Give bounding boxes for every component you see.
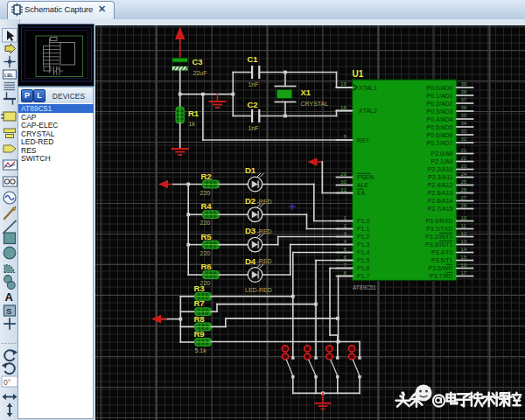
svg-text:34: 34: [461, 120, 467, 126]
svg-text:8: 8: [344, 270, 347, 276]
svg-text:P1.7: P1.7: [357, 273, 370, 279]
svg-text:3: 3: [344, 230, 347, 236]
svg-text:24: 24: [461, 171, 467, 177]
svg-text:P3.4/T0: P3.4/T0: [431, 249, 453, 256]
svg-text:P2.7/A15: P2.7/A15: [428, 206, 453, 212]
svg-text:25: 25: [461, 178, 467, 185]
svg-text:220: 220: [200, 250, 211, 256]
svg-text:D4: D4: [245, 256, 256, 266]
svg-text:P2.2/A10: P2.2/A10: [428, 166, 453, 172]
svg-text:-RED: -RED: [257, 258, 272, 264]
svg-text:5: 5: [344, 246, 347, 252]
svg-text:15: 15: [461, 254, 467, 260]
svg-text:29: 29: [340, 171, 346, 177]
svg-text:31: 31: [340, 186, 346, 192]
svg-text:R8: R8: [194, 314, 205, 324]
svg-text:EA: EA: [357, 190, 366, 196]
svg-text:R1: R1: [188, 108, 200, 118]
svg-text:P3.6/WR: P3.6/WR: [428, 265, 452, 271]
svg-text:16: 16: [461, 262, 467, 268]
svg-text:9: 9: [344, 133, 347, 139]
svg-text:P0.3/AD3: P0.3/AD3: [427, 108, 453, 115]
svg-text:P1.4: P1.4: [357, 249, 370, 256]
svg-text:R9: R9: [194, 329, 205, 339]
svg-text:220: 220: [200, 190, 211, 196]
svg-text:1k: 1k: [189, 121, 196, 127]
svg-text:C2: C2: [248, 100, 258, 109]
svg-text:P2.6/A14: P2.6/A14: [428, 198, 453, 204]
svg-text:XTAL1: XTAL1: [359, 85, 377, 91]
svg-text:P3.2/INT0: P3.2/INT0: [425, 234, 453, 240]
svg-text:14: 14: [461, 246, 467, 252]
svg-text:22uF: 22uF: [193, 70, 207, 76]
svg-text:P0.2/AD2: P0.2/AD2: [427, 101, 453, 107]
svg-text:P0.4/AD4: P0.4/AD4: [427, 116, 453, 122]
svg-text:13: 13: [461, 238, 467, 244]
svg-text:R3: R3: [194, 284, 205, 293]
svg-text:37: 37: [461, 96, 467, 102]
svg-text:C1: C1: [248, 54, 259, 64]
svg-text:10: 10: [461, 214, 467, 220]
svg-text:P0.7/AD7: P0.7/AD7: [427, 140, 453, 146]
svg-text:35: 35: [461, 112, 467, 118]
svg-text:1: 1: [344, 214, 347, 220]
svg-text:C3: C3: [192, 57, 203, 66]
svg-text:11: 11: [461, 222, 467, 228]
svg-text:U1: U1: [353, 69, 364, 79]
svg-text:P3.7/RD: P3.7/RD: [430, 273, 452, 279]
svg-text:P0.6/AD6: P0.6/AD6: [427, 132, 453, 138]
svg-text:XTAL2: XTAL2: [359, 108, 377, 114]
svg-text:A: A: [5, 290, 14, 304]
svg-text:R2: R2: [201, 172, 212, 181]
svg-text:0°: 0°: [4, 378, 10, 387]
svg-text:P2.0/A8: P2.0/A8: [431, 150, 453, 157]
svg-text:P1.3: P1.3: [357, 242, 370, 248]
svg-text:23: 23: [461, 163, 467, 169]
svg-text:6: 6: [344, 254, 347, 260]
svg-text:1nF: 1nF: [248, 81, 259, 88]
svg-text:21: 21: [461, 147, 467, 153]
svg-text:R6: R6: [201, 262, 212, 271]
svg-text:32: 32: [461, 136, 467, 142]
svg-text:P3.0/RXD: P3.0/RXD: [425, 218, 452, 224]
svg-text:D2: D2: [245, 196, 256, 206]
svg-text:17: 17: [461, 270, 467, 276]
svg-text:33: 33: [461, 128, 467, 134]
svg-text:1nF: 1nF: [248, 125, 259, 131]
svg-text:38: 38: [461, 88, 467, 94]
svg-text:5.1k: 5.1k: [195, 347, 207, 354]
svg-text:P1.1: P1.1: [357, 226, 370, 232]
svg-text:P1.6: P1.6: [357, 265, 370, 271]
svg-text:P1.5: P1.5: [357, 257, 370, 263]
svg-text:AT89C51: AT89C51: [353, 284, 376, 290]
svg-text:4: 4: [344, 238, 347, 244]
svg-text:D3: D3: [245, 226, 256, 235]
svg-text:12: 12: [461, 230, 467, 236]
svg-text:-RED: -RED: [257, 199, 272, 205]
svg-text:P2.5/A13: P2.5/A13: [428, 190, 453, 196]
svg-text:P0.1/AD1: P0.1/AD1: [427, 93, 453, 99]
svg-text:R7: R7: [194, 298, 205, 308]
svg-text:39: 39: [461, 80, 467, 87]
svg-text:P0.0/AD0: P0.0/AD0: [427, 85, 453, 91]
svg-text:P3.3/INT1: P3.3/INT1: [425, 242, 453, 248]
svg-text:P2.4/A12: P2.4/A12: [428, 182, 453, 188]
svg-text:P0.5/AD5: P0.5/AD5: [427, 124, 453, 130]
svg-text:P2.3/A11: P2.3/A11: [428, 174, 452, 180]
svg-text:26: 26: [461, 186, 467, 192]
svg-text:P3.1/TXD: P3.1/TXD: [426, 226, 452, 232]
svg-text:19: 19: [340, 80, 346, 87]
svg-text:R5: R5: [201, 232, 213, 242]
svg-text:18: 18: [340, 104, 346, 110]
svg-text:LBL: LBL: [4, 73, 14, 78]
svg-text:36: 36: [461, 104, 467, 110]
svg-text:220: 220: [200, 220, 211, 226]
svg-text:P3.5/T1: P3.5/T1: [431, 257, 453, 263]
svg-text:S: S: [6, 306, 11, 316]
svg-text:RST: RST: [357, 137, 370, 144]
svg-text:P2.1/A9: P2.1/A9: [431, 158, 453, 164]
svg-text:LED-RED: LED-RED: [245, 287, 272, 293]
svg-text:28: 28: [461, 202, 467, 208]
svg-text:2: 2: [344, 222, 347, 228]
svg-text:P1.2: P1.2: [357, 234, 370, 240]
